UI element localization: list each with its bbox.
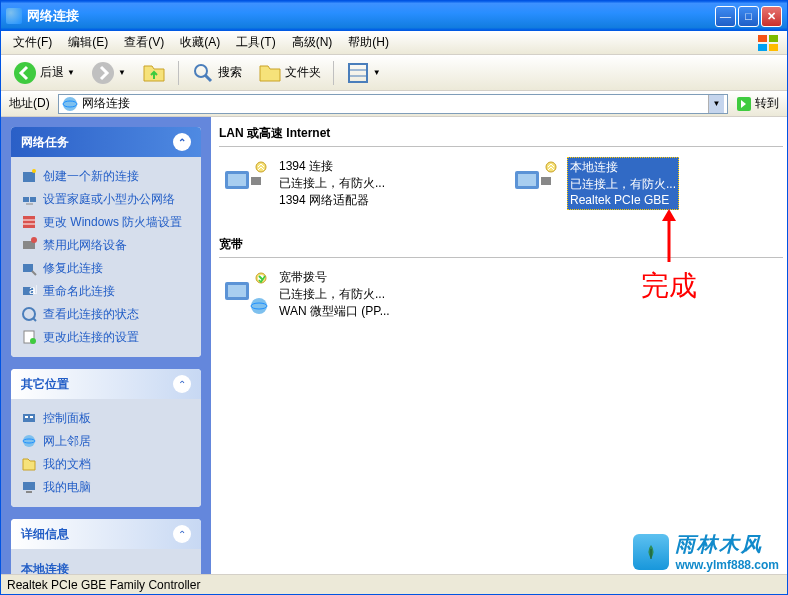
task-label: 控制面板 (43, 410, 91, 427)
connection-text: 本地连接 已连接上，有防火... Realtek PCIe GBE (567, 157, 679, 210)
details-header[interactable]: 详细信息 ⌃ (11, 519, 201, 549)
task-label: 更改 Windows 防火墙设置 (43, 214, 182, 231)
network-places-link[interactable]: 网上邻居 (21, 430, 191, 453)
svg-rect-16 (23, 197, 29, 202)
folders-icon (258, 61, 282, 85)
connection-name: 本地连接 (570, 159, 676, 176)
svg-point-15 (32, 169, 36, 173)
up-button[interactable] (136, 57, 172, 89)
connection-device: Realtek PCIe GBE (570, 193, 676, 207)
menu-tools[interactable]: 工具(T) (228, 31, 283, 54)
task-label: 创建一个新的连接 (43, 168, 139, 185)
firewall-task[interactable]: 更改 Windows 防火墙设置 (21, 211, 191, 234)
menu-advanced[interactable]: 高级(N) (284, 31, 341, 54)
network-connections-icon (62, 96, 78, 112)
minimize-button[interactable]: — (715, 6, 736, 27)
svg-rect-0 (758, 35, 767, 42)
panel-body: 控制面板 网上邻居 我的文档 我的电脑 (11, 399, 201, 507)
maximize-button[interactable]: □ (738, 6, 759, 27)
address-input[interactable]: 网络连接 ▼ (58, 94, 728, 114)
network-setup-icon (21, 191, 37, 207)
svg-rect-24 (23, 264, 33, 272)
panel-title: 网络任务 (21, 134, 69, 151)
my-computer-link[interactable]: 我的电脑 (21, 476, 191, 499)
connection-row: 宽带拨号 已连接上，有防火... WAN 微型端口 (PP... (219, 266, 783, 323)
svg-rect-37 (26, 491, 32, 493)
search-icon (191, 61, 215, 85)
panel-body: 本地连接 LAN 或高速 Internet (11, 549, 201, 574)
svg-rect-14 (23, 172, 35, 182)
menu-help[interactable]: 帮助(H) (340, 31, 397, 54)
details-panel: 详细信息 ⌃ 本地连接 LAN 或高速 Internet (11, 519, 201, 574)
disable-icon (21, 237, 37, 253)
connection-status: 已连接上，有防火... (570, 176, 676, 193)
my-documents-link[interactable]: 我的文档 (21, 453, 191, 476)
addressbar: 地址(D) 网络连接 ▼ 转到 (1, 91, 787, 117)
menu-view[interactable]: 查看(V) (116, 31, 172, 54)
back-button[interactable]: 后退 ▼ (7, 57, 81, 89)
other-places-header[interactable]: 其它位置 ⌃ (11, 369, 201, 399)
rename-task[interactable]: ab重命名此连接 (21, 280, 191, 303)
go-icon (736, 96, 752, 112)
status-task[interactable]: 查看此连接的状态 (21, 303, 191, 326)
forward-button[interactable]: ▼ (85, 57, 132, 89)
repair-task[interactable]: 修复此连接 (21, 257, 191, 280)
network-places-icon (21, 433, 37, 449)
window-controls: — □ ✕ (715, 6, 782, 27)
search-button[interactable]: 搜索 (185, 57, 248, 89)
home-network-task[interactable]: 设置家庭或小型办公网络 (21, 188, 191, 211)
forward-icon (91, 61, 115, 85)
network-adapter-icon (221, 157, 269, 205)
wizard-icon (21, 168, 37, 184)
menu-favorites[interactable]: 收藏(A) (172, 31, 228, 54)
network-connections-icon (6, 8, 22, 24)
toolbar: 后退 ▼ ▼ 搜索 文件夹 ▼ (1, 55, 787, 91)
back-label: 后退 (40, 64, 64, 81)
address-dropdown[interactable]: ▼ (708, 95, 724, 113)
toolbar-separator (178, 61, 179, 85)
connection-text: 宽带拨号 已连接上，有防火... WAN 微型端口 (PP... (277, 268, 392, 321)
connection-local[interactable]: 本地连接 已连接上，有防火... Realtek PCIe GBE (509, 155, 779, 212)
svg-rect-36 (23, 482, 35, 490)
folders-button[interactable]: 文件夹 (252, 57, 327, 89)
views-icon (346, 61, 370, 85)
task-label: 更改此连接的设置 (43, 329, 139, 346)
svg-rect-44 (541, 177, 551, 185)
svg-point-48 (251, 298, 267, 314)
svg-line-7 (205, 75, 211, 81)
folders-label: 文件夹 (285, 64, 321, 81)
other-places-panel: 其它位置 ⌃ 控制面板 网上邻居 我的文档 我的电脑 (11, 369, 201, 507)
connection-status: 已连接上，有防火... (279, 286, 390, 303)
menu-edit[interactable]: 编辑(E) (60, 31, 116, 54)
connection-broadband[interactable]: 宽带拨号 已连接上，有防火... WAN 微型端口 (PP... (219, 266, 489, 323)
svg-rect-39 (228, 174, 246, 186)
connection-name: 1394 连接 (279, 158, 385, 175)
details-name: 本地连接 (21, 557, 191, 574)
network-tasks-header[interactable]: 网络任务 ⌃ (11, 127, 201, 157)
svg-rect-32 (25, 416, 28, 418)
content-area: 网络任务 ⌃ 创建一个新的连接 设置家庭或小型办公网络 更改 Windows 防… (1, 117, 787, 574)
svg-rect-43 (518, 174, 536, 186)
task-label: 设置家庭或小型办公网络 (43, 191, 175, 208)
task-label: 网上邻居 (43, 433, 91, 450)
create-connection-task[interactable]: 创建一个新的连接 (21, 165, 191, 188)
toolbar-separator (333, 61, 334, 85)
watermark: 雨林木风 www.ylmf888.com (633, 531, 779, 572)
views-button[interactable]: ▼ (340, 57, 387, 89)
svg-rect-8 (349, 64, 367, 82)
close-button[interactable]: ✕ (761, 6, 782, 27)
network-tasks-panel: 网络任务 ⌃ 创建一个新的连接 设置家庭或小型办公网络 更改 Windows 防… (11, 127, 201, 357)
go-button[interactable]: 转到 (732, 93, 783, 114)
address-label: 地址(D) (5, 95, 54, 112)
connection-status: 已连接上，有防火... (279, 175, 385, 192)
repair-icon (21, 260, 37, 276)
disable-device-task[interactable]: 禁用此网络设备 (21, 234, 191, 257)
panel-title: 详细信息 (21, 526, 69, 543)
settings-task[interactable]: 更改此连接的设置 (21, 326, 191, 349)
windows-logo-icon (757, 34, 779, 52)
watermark-logo-icon (633, 534, 669, 570)
connection-1394[interactable]: 1394 连接 已连接上，有防火... 1394 网络适配器 (219, 155, 489, 212)
menu-file[interactable]: 文件(F) (5, 31, 60, 54)
control-panel-link[interactable]: 控制面板 (21, 407, 191, 430)
collapse-icon: ⌃ (173, 525, 191, 543)
